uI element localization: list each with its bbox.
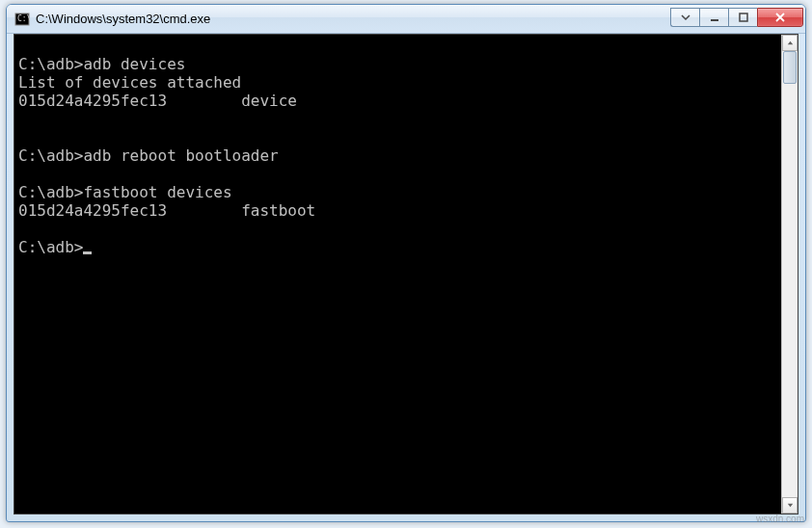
- window-controls: [670, 8, 803, 27]
- watermark: wsxdn.com: [756, 514, 804, 524]
- window-title: C:\Windows\system32\cmd.exe: [36, 12, 670, 26]
- maximize-button[interactable]: [728, 8, 757, 27]
- scroll-track[interactable]: [782, 51, 798, 497]
- svg-text:C:\: C:\: [17, 14, 30, 23]
- close-button[interactable]: [757, 8, 803, 27]
- console-area: C:\adb>adb devices List of devices attac…: [14, 34, 798, 515]
- vertical-scrollbar[interactable]: [781, 35, 798, 514]
- minimize-button[interactable]: [699, 8, 728, 27]
- cmd-window: C:\ C:\Windows\system32\cmd.exe C:\adb>a…: [6, 4, 806, 522]
- scroll-thumb[interactable]: [783, 51, 797, 84]
- titlebar[interactable]: C:\ C:\Windows\system32\cmd.exe: [7, 5, 805, 34]
- scroll-down-button[interactable]: [782, 497, 798, 514]
- dropdown-button[interactable]: [670, 8, 699, 27]
- svg-rect-3: [740, 13, 747, 21]
- cursor: [83, 251, 92, 254]
- scroll-up-button[interactable]: [782, 35, 798, 51]
- cmd-icon: C:\: [14, 12, 30, 27]
- console-output[interactable]: C:\adb>adb devices List of devices attac…: [14, 35, 781, 514]
- svg-rect-2: [711, 19, 718, 21]
